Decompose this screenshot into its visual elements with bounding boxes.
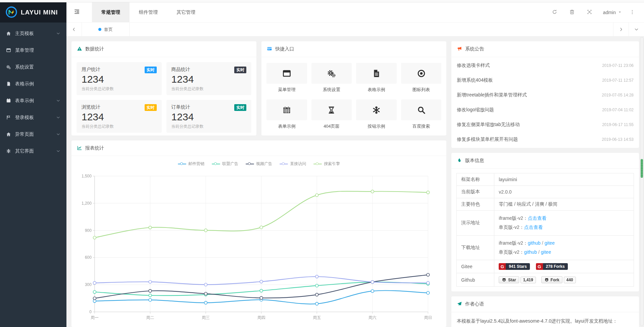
tab-scroll-left-button[interactable] — [66, 23, 82, 36]
quick-entry-2[interactable]: 表格示例 — [356, 63, 397, 93]
scrollbar-thumb[interactable] — [641, 159, 643, 178]
stat-label: 订单统计 — [171, 104, 190, 110]
system-notice-card: 系统公告 修改选项卡样式 2019-07-11 23:06 新增系统404模板 … — [451, 41, 639, 148]
github-star-count[interactable]: 1,419 — [521, 277, 536, 283]
notice-item-2[interactable]: 新增treetable插件和菜单管理样式 2019-07-05 14:28 — [457, 88, 634, 103]
legend-marker — [246, 162, 254, 166]
github-fork-count[interactable]: 440 — [564, 277, 576, 283]
sidebar-item-4[interactable]: 表单示例 — [0, 92, 66, 109]
legend-label: 搜索引擎 — [324, 161, 340, 167]
chevron-down-icon — [56, 149, 60, 154]
notice-title: 修改logo缩放问题 — [457, 107, 494, 113]
sidebar-item-6[interactable]: 异常页面 — [0, 126, 66, 143]
legend-marker — [178, 162, 186, 166]
more-menu-button[interactable] — [627, 9, 638, 15]
quick-entry-3[interactable]: 图标列表 — [401, 63, 442, 93]
logo[interactable]: LAYUI MINI — [0, 2, 66, 23]
header-tab-1[interactable]: 组件管理 — [130, 2, 167, 22]
legend-label: 直接访问 — [290, 161, 306, 167]
sidebar-item-3[interactable]: 表格示例 — [0, 76, 66, 92]
ellipsis-icon — [630, 9, 635, 15]
sidebar-item-0[interactable]: 主页模板 — [0, 25, 66, 42]
legend-item-0[interactable]: 邮件营销 — [178, 161, 204, 167]
header-tab-0[interactable]: 常规管理 — [92, 2, 130, 22]
line-chart[interactable]: 03006009001,2001,500周一周二周三周四周五周六周日 — [71, 167, 446, 327]
line-chart-icon — [77, 145, 82, 151]
download-github-link[interactable]: github — [524, 249, 537, 255]
sidebar-item-label: 菜单管理 — [15, 47, 60, 53]
stat-description: 当前分类总记录数 — [171, 86, 247, 92]
table-row: 框架名称 layuimini — [457, 173, 634, 186]
quick-entry-label: 按钮示例 — [356, 123, 397, 129]
notice-item-0[interactable]: 修改选项卡样式 2019-07-11 23:06 — [457, 58, 634, 73]
svg-text:600: 600 — [85, 255, 92, 260]
quick-entry-label: 系统设置 — [311, 87, 352, 93]
layui-logo-icon — [5, 6, 17, 19]
svg-text:1,200: 1,200 — [82, 201, 92, 206]
svg-text:周二: 周二 — [146, 315, 154, 320]
quick-entry-4[interactable]: 表单示例 — [266, 99, 307, 129]
sidebar-item-7[interactable]: 其它界面 — [0, 143, 66, 160]
octocat-icon — [502, 277, 506, 282]
home-icon — [6, 31, 13, 37]
legend-item-4[interactable]: 搜索引擎 — [313, 161, 340, 167]
stat-description: 当前分类总记录数 — [82, 86, 157, 92]
legend-item-3[interactable]: 直接访问 — [280, 161, 306, 167]
stat-box-2: 浏览统计 实时 1234 当前分类总记录数 — [77, 100, 162, 133]
notice-item-1[interactable]: 新增系统404模板 2019-07-11 12:57 — [457, 73, 634, 88]
quick-entry-1[interactable]: 系统设置 — [311, 63, 352, 93]
download-gitee-link[interactable]: gitee — [545, 240, 555, 246]
page-tab-bar: 首页 — [66, 23, 644, 37]
user-dropdown[interactable]: admin — [598, 10, 627, 15]
quick-entry-5[interactable]: 404页面 — [311, 99, 352, 129]
quick-entry-label: 百度搜索 — [401, 123, 442, 129]
github-fork-button[interactable]: Fork — [541, 276, 562, 283]
tab-operations-dropdown[interactable] — [629, 23, 644, 36]
window-top-strip — [0, 0, 644, 2]
download-github-link[interactable]: github — [528, 240, 541, 246]
tab-scroll-right-button[interactable] — [613, 23, 629, 36]
svg-text:900: 900 — [85, 228, 92, 233]
warning-icon — [77, 46, 82, 52]
quick-entry-6[interactable]: 按钮示例 — [356, 99, 397, 129]
data-stats-card: 数据统计 用户统计 实时 1234 当前分类总记录数 商品统计 实时 1234 … — [71, 41, 256, 135]
sidebar-item-label: 其它界面 — [15, 148, 56, 154]
sidebar-item-1[interactable]: 菜单管理 — [0, 42, 66, 59]
sidebar-item-5[interactable]: 登录模板 — [0, 109, 66, 126]
legend-item-2[interactable]: 视频广告 — [246, 161, 272, 167]
window-icon — [266, 63, 307, 84]
row-label: 下载地址 — [457, 235, 494, 260]
quick-entry-0[interactable]: 菜单管理 — [266, 63, 307, 93]
header-tab-2[interactable]: 其它管理 — [167, 2, 205, 22]
demo-spa-link[interactable]: 点击查看 — [524, 224, 543, 230]
quick-entry-label: 404页面 — [311, 123, 352, 129]
asterisk-icon — [6, 149, 13, 154]
github-star-button[interactable]: Star — [499, 276, 519, 283]
notice-time: 2019-07-11 12:57 — [602, 78, 634, 83]
tab-home-label: 首页 — [104, 27, 113, 33]
legend-marker — [313, 162, 322, 166]
chevron-down-icon — [56, 132, 60, 137]
quick-entry-7[interactable]: 百度搜索 — [401, 99, 442, 129]
gitee-stars-badge[interactable]: G 941 Stars — [499, 263, 530, 270]
table-row: Github Star 1,419 Fork 440 — [457, 273, 634, 287]
collapse-sidebar-button[interactable] — [66, 2, 87, 22]
notice-item-4[interactable]: 修复左侧菜单缩放tab无法移动 2019-06-17 11:55 — [457, 117, 634, 132]
page-scrollbar[interactable] — [640, 37, 644, 326]
legend-item-1[interactable]: 联盟广告 — [212, 161, 238, 167]
tab-home[interactable]: 首页 — [82, 23, 130, 36]
clear-cache-button[interactable] — [563, 9, 581, 16]
download-gitee-link[interactable]: gitee — [541, 249, 551, 255]
demo-iframe-link[interactable]: 点击查看 — [528, 215, 547, 221]
notice-item-5[interactable]: 修复多模块菜单栏展开有问题 2019-06-13 14:53 — [457, 132, 634, 147]
notice-item-3[interactable]: 修改logo缩放问题 2019-07-04 11:02 — [457, 103, 634, 117]
gitee-forks-badge[interactable]: G 278 Forks — [536, 263, 568, 270]
sidebar-item-2[interactable]: 系统设置 — [0, 59, 66, 76]
fullscreen-button[interactable] — [581, 9, 598, 16]
row-label: 框架名称 — [457, 173, 494, 186]
refresh-button[interactable] — [546, 9, 563, 16]
framework-name: layuimini — [494, 173, 634, 186]
megaphone-icon — [457, 46, 462, 52]
stat-label: 用户统计 — [82, 67, 100, 73]
svg-text:周五: 周五 — [313, 315, 321, 320]
